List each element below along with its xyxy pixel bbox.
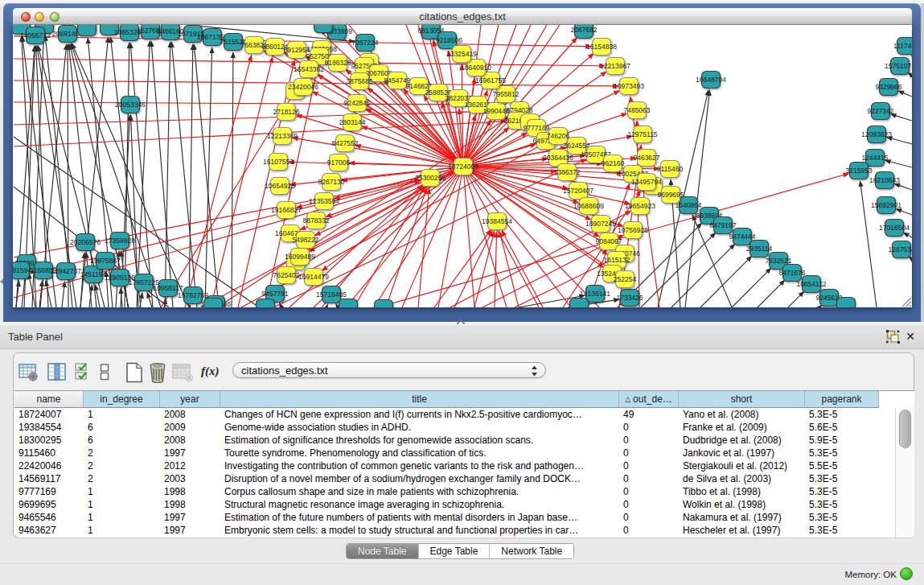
graph-node[interactable]: 7386372 <box>553 164 580 181</box>
edge[interactable] <box>903 93 912 97</box>
graph-node[interactable]: 15751074 <box>885 58 912 75</box>
table-cell[interactable]: 18724007 <box>14 409 84 422</box>
table-settings-icon[interactable] <box>18 362 39 385</box>
edge[interactable] <box>901 211 912 215</box>
graph-node[interactable]: 20053346 <box>115 97 146 113</box>
table-vertical-scrollbar[interactable] <box>895 408 914 538</box>
table-cell[interactable]: 49 <box>619 409 679 422</box>
edge[interactable] <box>232 58 233 307</box>
table-cell[interactable]: 6 <box>84 435 160 447</box>
citation-edge[interactable] <box>14 102 462 105</box>
table-cell[interactable]: 9699695 <box>14 499 84 512</box>
graph-node[interactable]: 12975115 <box>627 126 657 143</box>
graph-node[interactable]: 12942737 <box>51 263 81 280</box>
table-cell[interactable]: Franke et al. (2009) <box>679 422 805 435</box>
table-cell[interactable]: 0 <box>619 486 679 499</box>
table-cell[interactable]: 0 <box>619 525 679 538</box>
scrollbar-thumb[interactable] <box>899 410 911 448</box>
table-cell[interactable]: Estimation of significance thresholds fo… <box>220 435 619 447</box>
column-header-title[interactable]: title <box>220 391 619 408</box>
edge[interactable] <box>671 248 731 307</box>
graph-node[interactable] <box>204 299 223 308</box>
row-height-icon[interactable] <box>100 362 109 385</box>
edge[interactable] <box>205 53 211 307</box>
network-graph-canvas[interactable]: 1405571220691406108532871527602646616010… <box>13 25 912 307</box>
table-cell[interactable]: Wolkin et al. (1998) <box>679 499 805 512</box>
table-dropdown[interactable]: citations_edges.txt <box>232 362 546 378</box>
table-cell[interactable]: 5.3E-5 <box>805 486 879 499</box>
graph-node[interactable]: 917006 <box>327 154 351 171</box>
graph-node[interactable]: 9115460 <box>657 161 684 178</box>
graph-node[interactable]: 15720407 <box>563 183 593 200</box>
table-cell[interactable]: 14569117 <box>14 473 84 486</box>
graph-node[interactable]: 2087682 <box>570 25 597 39</box>
graph-node[interactable]: 8878332 <box>302 212 329 229</box>
table-cell[interactable]: 0 <box>619 473 679 486</box>
delete-table-icon[interactable] <box>172 362 193 385</box>
table-cell[interactable]: 6 <box>84 422 160 435</box>
graph-node[interactable] <box>375 300 393 308</box>
table-cell[interactable]: 2 <box>84 447 160 460</box>
edge[interactable] <box>890 162 912 167</box>
edge[interactable] <box>892 138 912 144</box>
table-cell[interactable]: 5.3E-5 <box>805 525 879 538</box>
resize-grip-icon[interactable] <box>902 298 911 307</box>
table-cell[interactable]: Estimation of the future numbers of pati… <box>220 512 619 525</box>
table-cell[interactable]: 2008 <box>160 409 220 422</box>
graph-node[interactable]: 12353594 <box>309 193 339 210</box>
table-cell[interactable]: 0 <box>619 499 679 512</box>
table-cell[interactable]: 1 <box>84 486 160 499</box>
graph-node[interactable]: 19384554 <box>482 213 512 230</box>
column-chooser-icon[interactable] <box>47 362 67 385</box>
table-cell[interactable]: 2008 <box>160 435 220 447</box>
table-cell[interactable]: de Silva et al. (2003) <box>679 473 805 486</box>
graph-node[interactable] <box>570 299 589 308</box>
citation-edge[interactable] <box>354 192 422 307</box>
graph-node[interactable]: 8471676 <box>778 265 805 282</box>
column-header-year[interactable]: year <box>160 391 220 408</box>
table-cell[interactable]: 9463627 <box>14 525 84 538</box>
table-cell[interactable]: 0 <box>619 512 679 525</box>
edge[interactable] <box>195 50 219 307</box>
table-cell[interactable]: 1 <box>84 512 160 525</box>
table-cell[interactable]: 0 <box>619 422 679 435</box>
close-panel-icon[interactable]: ✕ <box>903 329 918 344</box>
table-cell[interactable]: Dudbridge et al. (2008) <box>679 435 805 447</box>
column-header-out_de[interactable]: △out_de… <box>619 391 679 408</box>
graph-node[interactable] <box>339 299 358 308</box>
table-cell[interactable]: 5.3E-5 <box>805 409 879 422</box>
table-cell[interactable]: 5.6E-5 <box>805 422 879 435</box>
edge[interactable] <box>189 50 193 307</box>
table-cell[interactable]: Changes of HCN gene expression and I(f) … <box>220 409 619 422</box>
function-builder-icon[interactable]: f(x) <box>201 365 220 378</box>
edge[interactable] <box>62 287 64 307</box>
select-mode-icon[interactable] <box>75 362 92 385</box>
table-cell[interactable]: Jankovic et al. (1997) <box>679 447 805 460</box>
graph-node[interactable] <box>314 25 333 33</box>
graph-node[interactable]: 9463627 <box>633 150 659 167</box>
table-cell[interactable]: Embryonic stem cells: a model to study s… <box>220 525 619 538</box>
table-cell[interactable]: 1998 <box>160 499 220 512</box>
table-cell[interactable]: 5.5E-5 <box>805 460 879 473</box>
edge[interactable] <box>131 48 153 307</box>
column-header-in_degree[interactable]: in_degree <box>84 391 160 408</box>
graph-node[interactable]: 16154838 <box>586 39 617 56</box>
table-cell[interactable]: Yano et al. (2008) <box>679 409 805 422</box>
graph-node[interactable]: 252254 <box>614 271 637 288</box>
table-cell[interactable]: Investigating the contribution of common… <box>220 460 619 473</box>
column-header-name[interactable]: name <box>14 391 84 408</box>
graph-node[interactable]: 2718126 <box>273 104 299 121</box>
table-cell[interactable]: 1 <box>84 409 160 422</box>
graph-node[interactable]: 12093823 <box>861 126 892 143</box>
graph-node[interactable]: 15692901 <box>871 197 901 214</box>
new-document-icon[interactable] <box>125 362 144 386</box>
table-cell[interactable]: Tibbo et al. (1998) <box>679 486 805 499</box>
citation-edge[interactable] <box>463 167 571 307</box>
table-cell[interactable]: 5.3E-5 <box>805 512 879 525</box>
citation-edge[interactable] <box>402 167 463 307</box>
table-cell[interactable]: 2 <box>84 460 160 473</box>
graph-node[interactable]: 16210643 <box>869 172 900 189</box>
table-cell[interactable]: Hescheler et al. (1997) <box>679 525 805 538</box>
table-cell[interactable]: 9465546 <box>14 512 84 525</box>
graph-node[interactable]: 1117484 <box>893 38 912 55</box>
